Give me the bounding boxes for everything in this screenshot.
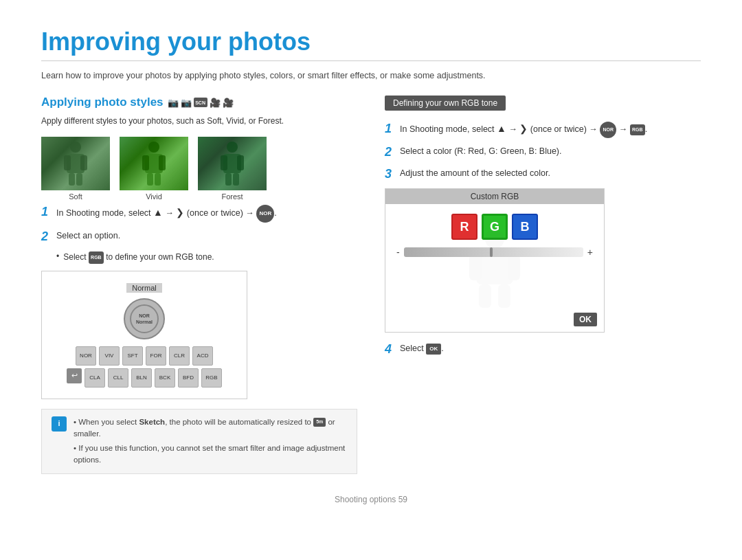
mode-icon-1: SCN bbox=[194, 98, 207, 107]
rgb-slider-row: - + bbox=[396, 247, 593, 258]
menu-icon-main-container: NOR Normal bbox=[50, 298, 238, 339]
menu-cell-5: CLR bbox=[169, 346, 190, 366]
note-icon: i bbox=[52, 416, 67, 432]
menu-icon-row-1: NOR VIV SFT FOR CLR ACD bbox=[50, 346, 238, 366]
step-left-1-text: In Shooting mode, select ▲ → ❯ (once or … bbox=[56, 205, 277, 223]
page-title: Improving your photos bbox=[41, 27, 701, 56]
rgb-panel-header: Custom RGB bbox=[385, 189, 604, 204]
bullet-dot: • bbox=[56, 251, 59, 264]
svg-rect-15 bbox=[237, 155, 244, 170]
person-svg-rgb bbox=[464, 228, 526, 311]
svg-point-21 bbox=[485, 229, 504, 249]
note-content: • When you select Sketch, the photo will… bbox=[74, 416, 347, 467]
step-right-1: 1 In Shooting mode, select ▲ → ❯ (once o… bbox=[385, 122, 701, 138]
svg-rect-17 bbox=[233, 173, 239, 186]
person-svg-forest bbox=[215, 140, 249, 187]
photo-inner-forest bbox=[198, 137, 267, 190]
rgb-panel-box: Custom RGB R G B - bbox=[385, 188, 605, 333]
left-column: Applying photo styles 📷 📷 SCN 🎥 🎥 Apply … bbox=[41, 96, 357, 474]
photo-forest: Forest bbox=[198, 137, 267, 201]
note-item-2: • If you use this function, you cannot s… bbox=[74, 443, 347, 467]
step-left-2-num: 2 bbox=[41, 229, 52, 245]
svg-point-0 bbox=[70, 142, 81, 153]
section-title-applying: Applying photo styles 📷 📷 SCN 🎥 🎥 bbox=[41, 96, 357, 109]
menu-icon-row-2: ↩ CLA CLL BLN BCK BFD RGB bbox=[50, 368, 238, 388]
svg-text:Normal: Normal bbox=[136, 320, 153, 324]
svg-rect-3 bbox=[80, 155, 87, 170]
menu-cell-8: CLL bbox=[108, 368, 128, 388]
step-left-1-num: 1 bbox=[41, 205, 52, 220]
svg-point-12 bbox=[227, 142, 238, 153]
camera-icon-4: 🎥 bbox=[223, 98, 234, 108]
menu-cell-7: CLA bbox=[85, 368, 105, 388]
define-rgb-badge: Defining your own RGB tone bbox=[385, 96, 506, 111]
menu-cell-2: VIV bbox=[99, 346, 120, 366]
photo-box-soft bbox=[41, 137, 110, 190]
note-item-1: • When you select Sketch, the photo will… bbox=[74, 416, 347, 440]
photo-label-vivid: Vivid bbox=[120, 192, 188, 201]
ok-icon-step4: OK bbox=[426, 344, 441, 355]
footer: Shooting options 59 bbox=[41, 495, 701, 504]
rgb-ok-button[interactable]: OK bbox=[574, 313, 597, 326]
step-right-2-text: Select a color (R: Red, G: Green, B: Blu… bbox=[400, 145, 562, 158]
menu-cell-9: BLN bbox=[131, 368, 152, 388]
photo-box-vivid bbox=[120, 137, 188, 190]
page-subtitle: Learn how to improve your photos by appl… bbox=[41, 71, 701, 80]
step-right-1-text: In Shooting mode, select ▲ → ❯ (once or … bbox=[400, 122, 647, 138]
menu-cell-12: RGB bbox=[201, 368, 222, 388]
svg-rect-10 bbox=[147, 173, 153, 186]
bullet-text: Select RGB to define your own RGB tone. bbox=[63, 251, 214, 264]
step-right-4-text: Select OK. bbox=[400, 342, 444, 355]
photo-label-soft: Soft bbox=[41, 192, 110, 201]
svg-point-18 bbox=[131, 305, 158, 333]
nor-icon-step1: NOR bbox=[256, 205, 274, 223]
menu-cell-11: BFD bbox=[178, 368, 199, 388]
svg-rect-11 bbox=[155, 173, 161, 186]
rgb-icon-right1: RGB bbox=[630, 124, 645, 135]
photo-styles-menu-box: Normal NOR Normal NOR VIV SFT FOR bbox=[41, 271, 247, 399]
svg-rect-25 bbox=[479, 284, 491, 308]
svg-rect-24 bbox=[508, 254, 520, 280]
menu-normal-label: Normal bbox=[126, 283, 161, 293]
step-left-1: 1 In Shooting mode, select ▲ → ❯ (once o… bbox=[41, 205, 357, 223]
menu-box-content: Normal NOR Normal NOR VIV SFT FOR bbox=[50, 282, 238, 388]
photo-inner-vivid bbox=[120, 137, 188, 190]
svg-text:NOR: NOR bbox=[139, 313, 150, 318]
menu-cell-3: SFT bbox=[122, 346, 143, 366]
svg-rect-4 bbox=[69, 173, 75, 186]
step-right-3-text: Adjust the amount of the selected color. bbox=[400, 167, 550, 180]
step-right-3: 3 Adjust the amount of the selected colo… bbox=[385, 167, 701, 182]
note-box: i • When you select Sketch, the photo wi… bbox=[41, 409, 357, 474]
svg-rect-16 bbox=[225, 173, 232, 186]
menu-cell-4: FOR bbox=[146, 346, 166, 366]
menu-icon-main: NOR Normal bbox=[124, 298, 165, 339]
slider-thumb bbox=[490, 247, 493, 257]
slider-plus: + bbox=[587, 247, 593, 258]
camera-icon-2: 📷 bbox=[181, 98, 192, 108]
section-title-text: Applying photo styles bbox=[41, 96, 164, 109]
section-desc: Apply different styles to your photos, s… bbox=[41, 115, 357, 127]
main-content: Applying photo styles 📷 📷 SCN 🎥 🎥 Apply … bbox=[41, 96, 701, 474]
svg-rect-5 bbox=[76, 173, 82, 186]
rgb-person-silhouette bbox=[464, 228, 526, 313]
rgb-slider-track[interactable] bbox=[404, 247, 583, 257]
menu-cell-10: BCK bbox=[155, 368, 175, 388]
section-icons: 📷 📷 SCN 🎥 🎥 bbox=[168, 98, 234, 108]
photo-vivid: Vivid bbox=[120, 137, 188, 201]
menu-cell-6: ACD bbox=[192, 346, 213, 366]
photo-soft: Soft bbox=[41, 137, 110, 201]
step-right-4-num: 4 bbox=[385, 342, 396, 357]
nor-circle-icon: NOR Normal bbox=[129, 304, 159, 334]
photo-box-forest bbox=[198, 137, 267, 190]
photo-label-forest: Forest bbox=[198, 192, 267, 201]
step-right-1-num: 1 bbox=[385, 122, 396, 137]
person-svg-soft bbox=[58, 140, 93, 187]
size-icon: 5m bbox=[313, 418, 326, 427]
rgb-icon-bullet: RGB bbox=[89, 251, 104, 264]
photo-inner-soft bbox=[41, 137, 110, 190]
camera-icon-1: 📷 bbox=[168, 98, 179, 108]
person-svg-vivid bbox=[137, 140, 171, 187]
svg-rect-14 bbox=[221, 155, 227, 170]
bullet-rgb: • Select RGB to define your own RGB tone… bbox=[56, 251, 357, 264]
menu-back-button[interactable]: ↩ bbox=[67, 368, 82, 383]
